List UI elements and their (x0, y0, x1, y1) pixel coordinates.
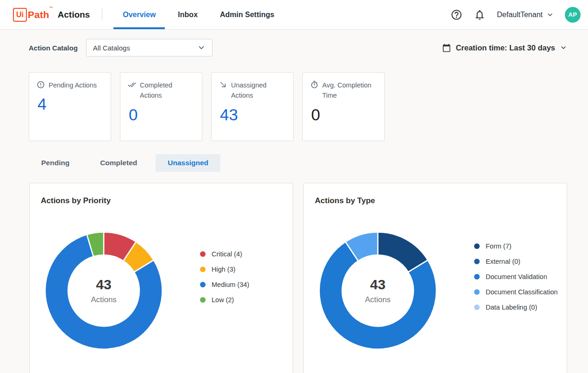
catalog-select[interactable]: All Catalogs (86, 39, 213, 56)
stat-label: Avg. Completion Time (322, 80, 377, 101)
legend-label: Medium (34) (212, 281, 249, 288)
error-circle-icon (37, 81, 45, 89)
priority-legend: Critical (4)High (3)Medium (34)Low (2) (200, 246, 293, 307)
legend-item: High (3) (200, 261, 293, 277)
legend-dot (200, 251, 206, 257)
priority-donut-chart: 43 Actions (44, 231, 163, 350)
stat-value: 4 (38, 95, 103, 113)
actions-by-type-card: Actions by Type 43 Actions Form (7)Exter… (303, 183, 567, 373)
stopwatch-icon (310, 81, 319, 89)
chevron-down-icon (560, 44, 567, 51)
legend-item: Document Validation (474, 269, 567, 285)
top-header: Ui Path™ Actions OverviewInboxAdmin Sett… (0, 0, 588, 30)
creation-time-label: Creation time: Last 30 days (456, 44, 555, 52)
stat-value: 0 (129, 106, 194, 124)
type-donut-chart: 43 Actions (319, 231, 437, 350)
action-catalog-label: Action Catalog (29, 44, 78, 52)
legend-label: Critical (4) (212, 250, 242, 258)
stat-card-completed-actions: Completed Actions0 (120, 72, 202, 141)
header-divider (102, 8, 102, 21)
nav-tab-admin-settings[interactable]: Admin Settings (211, 0, 283, 29)
legend-dot (474, 243, 480, 249)
legend-dot (200, 267, 206, 272)
calendar-icon (442, 44, 451, 52)
trademark-symbol: ™ (49, 6, 53, 10)
double-check-icon (128, 81, 136, 89)
legend-item: Document Classification (474, 285, 567, 300)
view-tabs: PendingCompletedUnassigned (29, 154, 567, 172)
user-avatar[interactable]: AP (565, 7, 581, 23)
view-tab-unassigned[interactable]: Unassigned (156, 154, 220, 172)
view-tab-completed[interactable]: Completed (88, 154, 149, 172)
main-nav: OverviewInboxAdmin Settings (113, 0, 283, 29)
stat-card-avg-completion-time: Avg. Completion Time0 (302, 72, 385, 141)
tenant-selector[interactable]: DefaultTenant (497, 11, 554, 19)
stat-card-unassigned-actions: Unassigned Actions43 (211, 72, 294, 141)
donut-svg (319, 231, 437, 350)
legend-label: Form (7) (486, 242, 512, 250)
chart-title: Actions by Priority (41, 196, 293, 205)
legend-item: Low (2) (200, 292, 293, 307)
legend-label: External (0) (486, 258, 520, 265)
chevron-down-icon (197, 44, 206, 52)
help-icon[interactable] (450, 9, 463, 21)
uipath-logo-wordmark: Path™ (28, 9, 53, 20)
stat-cards-row: Pending Actions4Completed Actions0Unassi… (29, 72, 567, 141)
chart-title: Actions by Type (315, 196, 567, 205)
content-area: Action Catalog All Catalogs Creation tim… (0, 30, 588, 373)
uipath-logo: Ui Path™ Actions (13, 0, 90, 29)
legend-dot (474, 274, 480, 280)
legend-item: Critical (4) (200, 246, 293, 261)
actions-dashboard-page: Ui Path™ Actions OverviewInboxAdmin Sett… (0, 0, 588, 373)
legend-label: Document Classification (486, 288, 558, 296)
stat-label: Pending Actions (49, 80, 97, 90)
filter-row: Action Catalog All Catalogs Creation tim… (29, 39, 567, 56)
actions-by-priority-card: Actions by Priority 43 Actions Critical … (29, 183, 293, 373)
view-tab-pending[interactable]: Pending (29, 154, 81, 172)
arrow-down-right-icon (219, 81, 227, 89)
legend-dot (474, 259, 480, 264)
header-right-group: DefaultTenant AP (450, 0, 581, 29)
legend-item: Form (7) (474, 239, 567, 254)
nav-tab-overview[interactable]: Overview (113, 0, 165, 29)
stat-card-pending-actions: Pending Actions4 (29, 72, 111, 141)
catalog-select-value: All Catalogs (93, 44, 130, 52)
type-legend: Form (7)External (0)Document ValidationD… (474, 239, 567, 315)
creation-time-filter[interactable]: Creation time: Last 30 days (442, 44, 567, 52)
charts-row: Actions by Priority 43 Actions Critical … (29, 183, 567, 373)
donut-svg (44, 231, 163, 350)
tenant-name: DefaultTenant (497, 11, 543, 19)
chevron-down-icon (546, 11, 554, 19)
legend-item: Medium (34) (200, 277, 293, 292)
legend-dot (474, 305, 480, 310)
stat-label: Unassigned Actions (231, 80, 286, 101)
legend-dot (200, 282, 206, 287)
uipath-logo-mark: Ui (13, 8, 27, 22)
stat-label: Completed Actions (140, 80, 194, 101)
legend-dot (474, 289, 480, 295)
legend-item: External (0) (474, 254, 567, 269)
legend-item: Data Labeling (0) (474, 300, 567, 315)
legend-label: Data Labeling (0) (486, 304, 537, 311)
notifications-bell-icon[interactable] (474, 9, 486, 21)
nav-tab-inbox[interactable]: Inbox (169, 0, 207, 29)
stat-value: 0 (311, 106, 377, 124)
product-name: Actions (58, 10, 90, 20)
stat-value: 43 (220, 106, 286, 124)
legend-dot (200, 297, 206, 303)
legend-label: High (3) (212, 266, 236, 273)
legend-label: Low (2) (212, 296, 234, 304)
legend-label: Document Validation (486, 273, 547, 280)
